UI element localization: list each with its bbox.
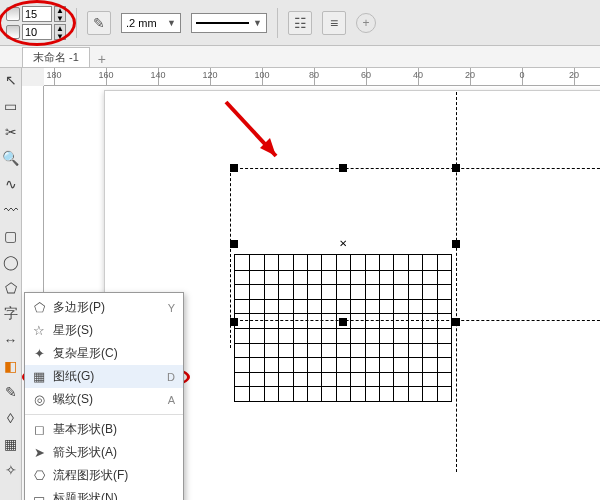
ruler-horizontal: 18016014012010080604020020 (44, 68, 600, 86)
line-style-dropdown[interactable]: ▼ (191, 13, 267, 33)
ruler-label: 160 (98, 70, 113, 80)
property-bar: ▲▼ ▲▼ ✎ .2 mm ▼ ▼ ☷ ≡ + (0, 0, 600, 46)
flyout-item[interactable]: ◻基本形状(B) (25, 418, 183, 441)
flyout-item-icon: ◻ (31, 422, 47, 438)
selection-handle[interactable] (452, 240, 460, 248)
line-sample-icon (196, 22, 249, 24)
stroke-width-value: .2 mm (126, 17, 157, 29)
text-tool-icon[interactable]: 字 (2, 304, 20, 324)
interactive-tool-icon[interactable]: ◧ (2, 356, 20, 376)
selection-guide (456, 92, 457, 472)
flyout-item-label: 图纸(G) (53, 368, 94, 385)
tab-label: 末命名 -1 (33, 51, 79, 63)
flyout-item-shortcut: A (168, 394, 175, 406)
tab-bar: 末命名 -1 + (0, 46, 600, 68)
rows-spinner[interactable]: ▲▼ (54, 24, 66, 40)
ruler-label: 0 (519, 70, 524, 80)
separator (277, 8, 278, 38)
grid-dim-inputs: ▲▼ ▲▼ (6, 6, 66, 40)
eyedropper-tool-icon[interactable]: ✎ (2, 382, 20, 402)
ruler-label: 60 (361, 70, 371, 80)
flyout-item-label: 标题形状(N) (53, 490, 118, 500)
stroke-width-dropdown[interactable]: .2 mm ▼ (121, 13, 181, 33)
freehand-tool-icon[interactable]: ∿ (2, 174, 20, 194)
flyout-item-label: 箭头形状(A) (53, 444, 117, 461)
dimension-tool-icon[interactable]: ↔ (2, 330, 20, 350)
flyout-item-label: 多边形(P) (53, 299, 105, 316)
flyout-item-icon: ◎ (31, 392, 47, 408)
flyout-item[interactable]: ☆星形(S) (25, 319, 183, 342)
flyout-item-icon: ✦ (31, 346, 47, 362)
pick-tool-icon[interactable]: ↖ (2, 70, 20, 90)
flyout-item[interactable]: ➤箭头形状(A) (25, 441, 183, 464)
effects-tool-icon[interactable]: ✧ (2, 460, 20, 480)
grid-cols-input[interactable] (22, 6, 52, 22)
flyout-item[interactable]: ▭标题形状(N) (25, 487, 183, 500)
ruler-label: 20 (569, 70, 579, 80)
selection-center-icon[interactable]: ✕ (338, 238, 348, 248)
chevron-down-icon: ▼ (167, 18, 176, 28)
separator (76, 8, 77, 38)
flyout-item-label: 螺纹(S) (53, 391, 93, 408)
outline-pen-icon[interactable]: ✎ (87, 11, 111, 35)
ruler-label: 20 (465, 70, 475, 80)
shape-flyout-menu: ⬠多边形(P)Y☆星形(S)✦复杂星形(C)▦图纸(G)D◎螺纹(S)A◻基本形… (24, 292, 184, 500)
flyout-item[interactable]: ◎螺纹(S)A (25, 388, 183, 411)
fill-tool-icon[interactable]: ▦ (2, 434, 20, 454)
flyout-item-shortcut: Y (168, 302, 175, 314)
outline-tool-icon[interactable]: ◊ (2, 408, 20, 428)
cols-icon (6, 7, 20, 21)
flyout-item-icon: ⎔ (31, 468, 47, 484)
ruler-label: 120 (202, 70, 217, 80)
align-icon[interactable]: ≡ (322, 11, 346, 35)
ruler-label: 40 (413, 70, 423, 80)
flyout-item[interactable]: ✦复杂星形(C) (25, 342, 183, 365)
selection-handle[interactable] (230, 164, 238, 172)
new-tab-button[interactable]: + (94, 51, 110, 67)
plus-icon[interactable]: + (356, 13, 376, 33)
flyout-item[interactable]: ▦图纸(G)D (25, 365, 183, 388)
zoom-tool-icon[interactable]: 🔍 (2, 148, 20, 168)
rows-icon (6, 25, 20, 39)
wrap-text-icon[interactable]: ☷ (288, 11, 312, 35)
ruler-label: 80 (309, 70, 319, 80)
selection-handle[interactable] (452, 164, 460, 172)
flyout-item[interactable]: ⎔流程图形状(F) (25, 464, 183, 487)
flyout-item-shortcut: D (167, 371, 175, 383)
selection-guide (230, 168, 600, 169)
selection-handle[interactable] (452, 318, 460, 326)
selection-handle[interactable] (230, 240, 238, 248)
document-tab[interactable]: 末命名 -1 (22, 47, 90, 67)
rectangle-tool-icon[interactable]: ▢ (2, 226, 20, 246)
ruler-label: 140 (150, 70, 165, 80)
flyout-item[interactable]: ⬠多边形(P)Y (25, 296, 183, 319)
flyout-item-icon: ☆ (31, 323, 47, 339)
polygon-tool-icon[interactable]: ⬠ (2, 278, 20, 298)
flyout-item-icon: ➤ (31, 445, 47, 461)
ruler-label: 180 (46, 70, 61, 80)
flyout-item-label: 复杂星形(C) (53, 345, 118, 362)
toolbox: ↖ ▭ ✂ 🔍 ∿ 〰 ▢ ◯ ⬠ 字 ↔ ◧ ✎ ◊ ▦ ✧ (0, 68, 22, 500)
ellipse-tool-icon[interactable]: ◯ (2, 252, 20, 272)
grid-rows-input[interactable] (22, 24, 52, 40)
flyout-item-icon: ⬠ (31, 300, 47, 316)
selection-handle[interactable] (230, 318, 238, 326)
selection-handle[interactable] (339, 318, 347, 326)
grid-object[interactable] (234, 254, 452, 402)
curve-tool-icon[interactable]: 〰 (2, 200, 20, 220)
flyout-item-icon: ▦ (31, 369, 47, 385)
shape-tool-icon[interactable]: ▭ (2, 96, 20, 116)
chevron-down-icon: ▼ (253, 18, 262, 28)
flyout-item-icon: ▭ (31, 491, 47, 501)
flyout-item-label: 基本形状(B) (53, 421, 117, 438)
selection-handle[interactable] (339, 164, 347, 172)
ruler-label: 100 (254, 70, 269, 80)
cols-spinner[interactable]: ▲▼ (54, 6, 66, 22)
crop-tool-icon[interactable]: ✂ (2, 122, 20, 142)
flyout-item-label: 星形(S) (53, 322, 93, 339)
flyout-item-label: 流程图形状(F) (53, 467, 128, 484)
